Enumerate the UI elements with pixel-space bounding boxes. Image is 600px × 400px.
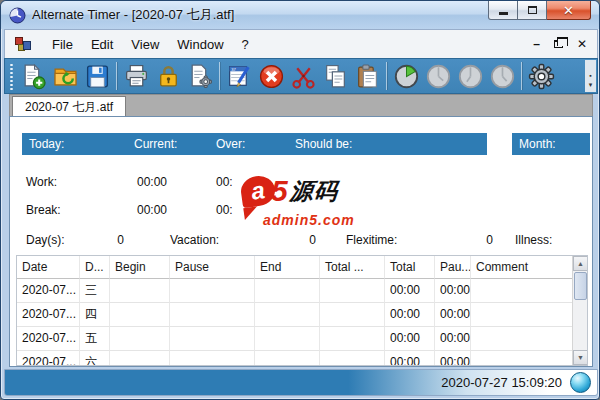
col-total[interactable]: Total bbox=[385, 256, 435, 279]
col-pau[interactable]: Pau... bbox=[435, 256, 471, 279]
work-label: Work: bbox=[26, 175, 57, 189]
minimize-icon bbox=[499, 12, 508, 15]
col-begin[interactable]: Begin bbox=[110, 256, 170, 279]
cell-comment bbox=[471, 279, 574, 303]
col-comment[interactable]: Comment bbox=[471, 256, 574, 279]
cell-date: 2020-07... bbox=[17, 327, 80, 351]
scroll-down-button[interactable]: ▼ bbox=[573, 350, 588, 365]
col-date[interactable]: Date bbox=[17, 256, 80, 279]
close-icon: ✕ bbox=[563, 4, 574, 17]
table-row[interactable]: 2020-07... 六 00:00 00:00 bbox=[17, 351, 574, 366]
timesheet-panel: Today: Current: Over: Should be: Month: … bbox=[9, 116, 593, 367]
new-file-button[interactable] bbox=[18, 61, 48, 91]
title-bar[interactable]: Alternate Timer - [2020-07 七月.atf] ✕ bbox=[1, 1, 599, 29]
table-row[interactable]: 2020-07... 四 00:00 00:00 bbox=[17, 303, 574, 327]
settings-button[interactable] bbox=[526, 61, 556, 91]
menu-help[interactable]: ? bbox=[233, 34, 258, 55]
cell-pause bbox=[170, 351, 255, 366]
vertical-scrollbar[interactable]: ▲ ▼ bbox=[572, 256, 587, 365]
paste-button[interactable] bbox=[352, 61, 382, 91]
page-setup-button[interactable] bbox=[185, 61, 215, 91]
open-file-button[interactable] bbox=[50, 61, 80, 91]
watermark-logo: a 5 源码 admin5.com bbox=[237, 172, 377, 233]
cell-pause bbox=[170, 327, 255, 351]
window-title: Alternate Timer - [2020-07 七月.atf] bbox=[32, 6, 234, 24]
cell-end bbox=[255, 327, 320, 351]
lock-button[interactable] bbox=[153, 61, 183, 91]
mdi-restore-button[interactable] bbox=[554, 40, 563, 48]
menu-file[interactable]: File bbox=[43, 34, 82, 55]
today-header-band: Today: Current: Over: Should be: bbox=[22, 133, 487, 155]
cell-total-flex bbox=[320, 279, 385, 303]
table-row[interactable]: 2020-07... 三 00:00 00:00 bbox=[17, 279, 574, 303]
maximize-button[interactable] bbox=[518, 1, 547, 20]
scrollbar-thumb[interactable] bbox=[574, 272, 587, 300]
status-orb-icon bbox=[570, 372, 591, 393]
timesheet-table: Date D... Begin Pause End Total ... Tota… bbox=[16, 255, 588, 366]
cell-begin bbox=[110, 279, 170, 303]
cell-day: 四 bbox=[80, 303, 110, 327]
flexitime-value: 0 bbox=[440, 233, 493, 247]
tab-bar: 2020-07 七月.atf bbox=[9, 94, 593, 116]
table-body: 2020-07... 三 00:00 00:00 2020-07... 四 bbox=[17, 279, 587, 366]
clock-app-icon bbox=[9, 7, 26, 24]
menu-view[interactable]: View bbox=[122, 34, 168, 55]
cell-comment bbox=[471, 327, 574, 351]
maximize-icon bbox=[528, 6, 537, 14]
timer-2-button[interactable] bbox=[423, 61, 453, 91]
toolbar-grip[interactable] bbox=[8, 62, 14, 90]
print-button[interactable] bbox=[121, 61, 151, 91]
cell-begin bbox=[110, 327, 170, 351]
cell-date: 2020-07... bbox=[17, 279, 80, 303]
timer-work-button[interactable] bbox=[391, 61, 421, 91]
cell-day: 三 bbox=[80, 279, 110, 303]
copy-button[interactable] bbox=[320, 61, 350, 91]
table-row[interactable]: 2020-07... 五 00:00 00:00 bbox=[17, 327, 574, 351]
col-end[interactable]: End bbox=[255, 256, 320, 279]
tab-current-file[interactable]: 2020-07 七月.atf bbox=[12, 96, 126, 117]
vacation-value: 0 bbox=[268, 233, 316, 247]
cell-pau: 00:00 bbox=[435, 327, 471, 351]
cell-begin bbox=[110, 351, 170, 366]
days-label: Day(s): bbox=[26, 233, 65, 247]
minimize-button[interactable] bbox=[488, 1, 518, 20]
close-button[interactable]: ✕ bbox=[547, 1, 591, 20]
scroll-up-button[interactable]: ▲ bbox=[573, 256, 588, 271]
toolbar-separator bbox=[521, 62, 522, 90]
timer-4-button[interactable] bbox=[487, 61, 517, 91]
menu-bar: File Edit View Window ? – ✕ bbox=[4, 29, 598, 58]
toolbar-overflow-button[interactable]: ▪▾ bbox=[585, 60, 596, 92]
cell-total-flex bbox=[320, 303, 385, 327]
save-file-button[interactable] bbox=[82, 61, 112, 91]
delete-entry-button[interactable] bbox=[256, 61, 286, 91]
cell-total: 00:00 bbox=[385, 351, 435, 366]
col-day[interactable]: D... bbox=[80, 256, 110, 279]
cell-pau: 00:00 bbox=[435, 279, 471, 303]
work-over-value: 00: bbox=[216, 175, 233, 189]
should-be-label: Should be: bbox=[295, 137, 352, 151]
work-current-value: 00:00 bbox=[102, 175, 167, 189]
cell-begin bbox=[110, 303, 170, 327]
chevron-down-icon: ▾ bbox=[589, 81, 593, 89]
today-label: Today: bbox=[29, 137, 64, 151]
menu-edit[interactable]: Edit bbox=[82, 34, 122, 55]
svg-text:37: 37 bbox=[231, 66, 236, 71]
cell-pause bbox=[170, 303, 255, 327]
cell-pause bbox=[170, 279, 255, 303]
current-label: Current: bbox=[134, 137, 177, 151]
timer-3-button[interactable] bbox=[455, 61, 485, 91]
toolbar: 37 ▪▾ bbox=[4, 58, 598, 94]
cell-day: 五 bbox=[80, 327, 110, 351]
col-pause[interactable]: Pause bbox=[170, 256, 255, 279]
mdi-minimize-button[interactable]: – bbox=[533, 38, 540, 50]
toolbar-separator bbox=[116, 62, 117, 90]
mdi-close-button[interactable]: ✕ bbox=[577, 38, 587, 50]
cell-comment bbox=[471, 351, 574, 366]
cell-total: 00:00 bbox=[385, 279, 435, 303]
edit-entry-button[interactable]: 37 bbox=[224, 61, 254, 91]
menu-window[interactable]: Window bbox=[168, 34, 232, 55]
cut-button[interactable] bbox=[288, 61, 318, 91]
document-window-icon bbox=[15, 37, 31, 52]
cell-end bbox=[255, 279, 320, 303]
col-total-flex[interactable]: Total ... bbox=[320, 256, 385, 279]
